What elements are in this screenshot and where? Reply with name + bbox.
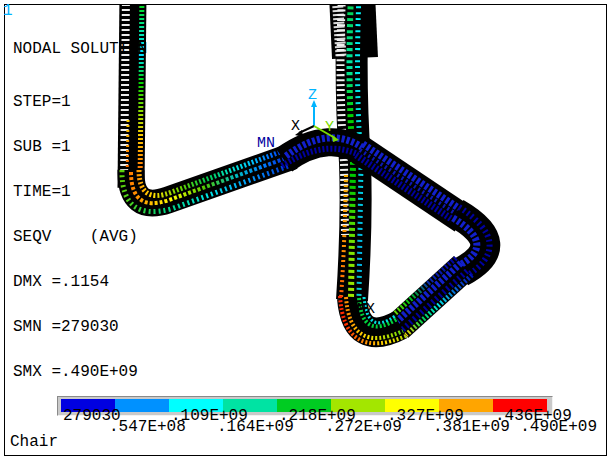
plot-number: 1 (3, 4, 13, 19)
line-sub: SUB =1 (13, 140, 147, 155)
legend-color-segment (115, 399, 169, 412)
legend-color-segment (331, 399, 385, 412)
triad-y-label: Y (325, 119, 334, 136)
tube-frame: MN MX Z X Y (122, 0, 490, 343)
plot-caption: Chair (10, 434, 58, 450)
line-item: SEQV (AVG) (13, 230, 147, 245)
tube-upper-diagonal (356, 144, 466, 224)
tube-seat-diagonal (122, 148, 294, 212)
legend-color-segment (385, 399, 439, 412)
legend-color-segment (223, 399, 277, 412)
legend-color-segment (61, 399, 115, 412)
line-step: STEP=1 (13, 95, 147, 110)
mn-marker-label: MN (257, 135, 275, 152)
mx-marker-label: MX (357, 301, 375, 318)
solution-title: NODAL SOLUTION (13, 42, 147, 57)
legend-color-segment (439, 399, 493, 412)
ansys-graphics-window: MN MX Z X Y 1 NODAL SOLUTION STEP=1 (0, 0, 614, 464)
line-dmx: DMX =.1154 (13, 275, 147, 290)
tube-lower-diagonal (390, 258, 472, 335)
solution-info-block: NODAL SOLUTION STEP=1 SUB =1 TIME=1 SEQV… (13, 12, 147, 410)
triad-x-label: X (291, 118, 300, 135)
line-smn: SMN =279030 (13, 320, 147, 335)
line-time: TIME=1 (13, 185, 147, 200)
legend-color-segment (277, 399, 331, 412)
line-smx: SMX =.490E+09 (13, 365, 147, 380)
legend-colorbar (61, 399, 547, 412)
triad-z-label: Z (308, 87, 317, 104)
legend-color-segment (493, 399, 547, 412)
legend-color-segment (169, 399, 223, 412)
